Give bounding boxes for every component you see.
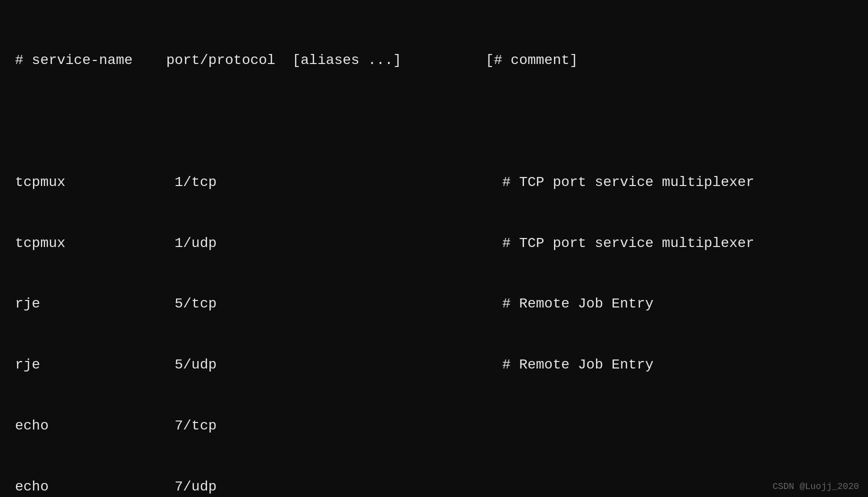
line-rje-udp: rje 5/udp # Remote Job Entry — [15, 355, 853, 376]
line-tcpmux-udp: tcpmux 1/udp # TCP port service multiple… — [15, 234, 853, 254]
line-echo-udp: echo 7/udp — [15, 477, 853, 497]
header-line: # service-name port/protocol [aliases ..… — [15, 50, 853, 71]
line-tcpmux-tcp: tcpmux 1/tcp # TCP port service multiple… — [15, 172, 853, 193]
watermark: CSDN @Luojj_2020 — [772, 480, 859, 493]
blank-line-1 — [15, 112, 853, 132]
line-echo-tcp: echo 7/tcp — [15, 416, 853, 436]
line-rje-tcp: rje 5/tcp # Remote Job Entry — [15, 294, 853, 314]
terminal-output: # service-name port/protocol [aliases ..… — [15, 10, 853, 497]
